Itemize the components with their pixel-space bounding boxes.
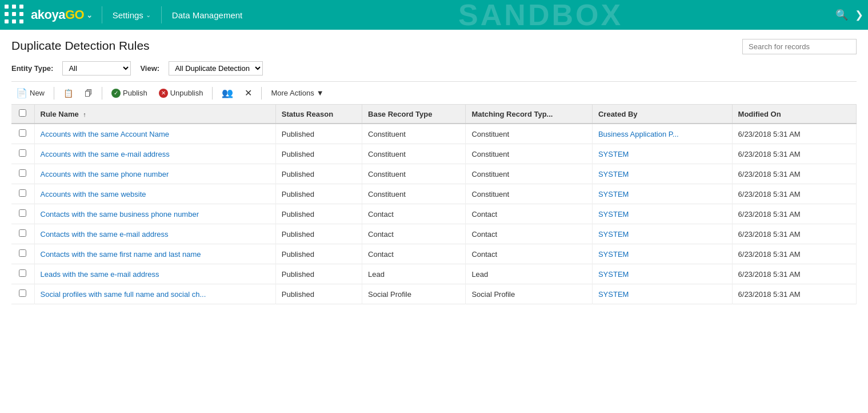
created-by-cell: SYSTEM [592, 204, 732, 224]
modified-on-cell: 6/23/2018 5:31 AM [732, 124, 856, 144]
rule-name-link-7[interactable]: Leads with the same e-mail address [41, 270, 159, 279]
table-row: Accounts with the same e-mail address Pu… [11, 144, 857, 164]
row-checkbox-2[interactable] [19, 169, 26, 177]
created-by-link-0[interactable]: Business Application P... [598, 130, 679, 138]
created-by-link-5[interactable]: SYSTEM [598, 230, 629, 239]
publish-icon: ✓ [111, 89, 121, 98]
rule-name-cell: Accounts with the same phone number [34, 164, 275, 184]
rule-name-link-2[interactable]: Accounts with the same phone number [41, 170, 169, 178]
brand-chevron-icon[interactable]: ⌄ [86, 11, 93, 19]
created-by-cell: SYSTEM [592, 244, 732, 264]
new-button[interactable]: 📄 New [11, 85, 49, 101]
created-by-link-4[interactable]: SYSTEM [598, 210, 629, 219]
unpublish-label: Unpublish [170, 89, 203, 97]
base-record-type-cell: Constituent [362, 184, 466, 204]
row-checkbox-cell [11, 124, 34, 144]
rule-name-link-4[interactable]: Contacts with the same business phone nu… [41, 210, 199, 219]
settings-nav-item[interactable]: Settings ⌄ [109, 10, 154, 20]
entity-type-select[interactable]: All [62, 61, 131, 76]
row-checkbox-0[interactable] [19, 129, 26, 137]
row-checkbox-1[interactable] [19, 149, 26, 157]
toolbar-separator-2 [102, 87, 102, 100]
col-header-created-by[interactable]: Created By [592, 105, 732, 124]
new-label: New [30, 89, 45, 97]
created-by-cell: Business Application P... [592, 124, 732, 144]
base-record-type-cell: Lead [362, 264, 466, 284]
settings-label: Settings [113, 10, 143, 20]
table-row: Accounts with the same Account Name Publ… [11, 124, 857, 144]
created-by-link-1[interactable]: SYSTEM [598, 150, 629, 158]
clipboard-button[interactable]: 🗍 [80, 86, 97, 100]
toolbar-separator-4 [261, 87, 262, 100]
copy-button[interactable]: 📋 [59, 86, 78, 100]
matching-record-type-cell: Lead [466, 264, 593, 284]
view-select[interactable]: All Duplicate Detection [169, 61, 263, 76]
search-records-input[interactable] [742, 39, 857, 54]
base-record-type-header-label: Base Record Type [368, 110, 432, 118]
brand-logo[interactable]: akoyaGO ⌄ [31, 7, 93, 22]
row-checkbox-7[interactable] [19, 269, 26, 277]
created-by-link-2[interactable]: SYSTEM [598, 170, 629, 178]
rule-name-link-3[interactable]: Accounts with the same website [41, 190, 146, 198]
rule-name-link-5[interactable]: Contacts with the same e-mail address [41, 230, 169, 239]
table-row: Accounts with the same website Published… [11, 184, 857, 204]
search-icon[interactable]: 🔍 [835, 9, 848, 21]
row-checkbox-3[interactable] [19, 189, 26, 197]
more-actions-button[interactable]: More Actions ▼ [266, 86, 328, 100]
brand-go: GO [65, 7, 84, 22]
created-by-cell: SYSTEM [592, 264, 732, 284]
matching-record-type-cell: Contact [466, 224, 593, 244]
created-by-link-3[interactable]: SYSTEM [598, 190, 629, 198]
rule-name-header-label: Rule Name [41, 110, 79, 118]
filters-row: Entity Type: All View: All Duplicate Det… [11, 61, 857, 76]
col-header-modified-on[interactable]: Modified On [732, 105, 856, 124]
created-by-link-6[interactable]: SYSTEM [598, 250, 629, 259]
settings-chevron-icon: ⌄ [146, 11, 151, 19]
person-icon[interactable]: ❯ [855, 9, 863, 21]
unpublish-button[interactable]: ✕ Unpublish [154, 86, 208, 100]
rule-name-cell: Contacts with the same business phone nu… [34, 204, 275, 224]
apps-grid-icon[interactable] [5, 5, 25, 25]
status-reason-cell: Published [275, 284, 362, 304]
status-reason-cell: Published [275, 144, 362, 164]
rule-name-link-1[interactable]: Accounts with the same e-mail address [41, 150, 170, 158]
row-checkbox-cell [11, 224, 34, 244]
row-checkbox-5[interactable] [19, 229, 26, 237]
publish-button[interactable]: ✓ Publish [107, 86, 152, 100]
base-record-type-cell: Contact [362, 224, 466, 244]
matching-record-type-cell: Contact [466, 204, 593, 224]
select-all-checkbox[interactable] [19, 109, 26, 117]
status-reason-cell: Published [275, 184, 362, 204]
row-checkbox-cell [11, 144, 34, 164]
rule-name-link-8[interactable]: Social profiles with same full name and … [41, 290, 206, 299]
data-management-nav-item[interactable]: Data Management [169, 10, 246, 20]
matching-record-type-cell: Constituent [466, 164, 593, 184]
rule-name-link-6[interactable]: Contacts with the same first name and la… [41, 250, 201, 259]
rule-name-cell: Accounts with the same e-mail address [34, 144, 275, 164]
matching-record-type-cell: Constituent [466, 184, 593, 204]
delete-button[interactable]: ✕ [240, 85, 257, 101]
assign-icon: 👥 [222, 88, 233, 98]
row-checkbox-6[interactable] [19, 249, 26, 257]
rule-name-link-0[interactable]: Accounts with the same Account Name [41, 130, 169, 138]
created-by-link-8[interactable]: SYSTEM [598, 290, 629, 299]
created-by-cell: SYSTEM [592, 184, 732, 204]
row-checkbox-8[interactable] [19, 289, 26, 297]
base-record-type-cell: Contact [362, 244, 466, 264]
row-checkbox-4[interactable] [19, 209, 26, 217]
row-checkbox-cell [11, 184, 34, 204]
created-by-cell: SYSTEM [592, 224, 732, 244]
col-header-base-record-type[interactable]: Base Record Type [362, 105, 466, 124]
created-by-link-7[interactable]: SYSTEM [598, 270, 629, 279]
modified-on-cell: 6/23/2018 5:31 AM [732, 284, 856, 304]
col-header-rule-name[interactable]: Rule Name ↑ [34, 105, 275, 124]
base-record-type-cell: Social Profile [362, 284, 466, 304]
copy-icon: 📋 [63, 89, 73, 98]
col-header-status-reason[interactable]: Status Reason [275, 105, 362, 124]
rule-name-cell: Accounts with the same website [34, 184, 275, 204]
modified-on-cell: 6/23/2018 5:31 AM [732, 164, 856, 184]
col-header-matching-record-type[interactable]: Matching Record Typ... [466, 105, 593, 124]
delete-icon: ✕ [245, 88, 252, 98]
assign-button[interactable]: 👥 [217, 85, 238, 101]
modified-on-header-label: Modified On [738, 110, 781, 118]
